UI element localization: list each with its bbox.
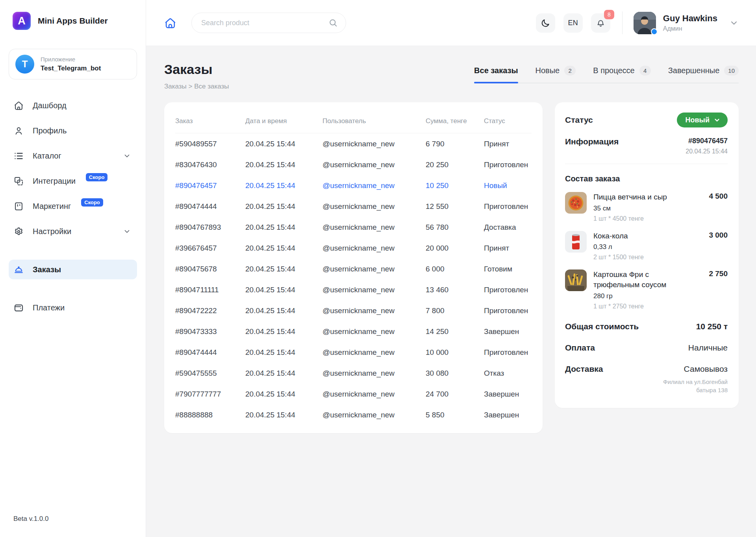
notifications-button[interactable]: 8 xyxy=(591,13,610,33)
item-name: Пицца ветчина и сыр xyxy=(593,192,682,202)
table-cell: Завершен xyxy=(484,390,532,399)
table-cell: #890474444 xyxy=(175,348,245,357)
table-cell: @usernickname_new xyxy=(322,348,426,357)
table-cell: 30 080 xyxy=(426,369,484,378)
sidebar: A Mini Apps Builder T Приложение Test_Te… xyxy=(0,0,146,537)
sidebar-item-label: Интеграции xyxy=(33,177,76,186)
tab-new[interactable]: Новые2 xyxy=(536,66,576,83)
app-layout: A Mini Apps Builder T Приложение Test_Te… xyxy=(0,0,756,537)
brand-name: Mini Apps Builder xyxy=(38,16,108,26)
table-cell: #890472222 xyxy=(175,306,245,315)
user-name: Guy Hawkins xyxy=(663,13,717,24)
table-cell: Приготовлен xyxy=(484,348,532,357)
table-row[interactable]: #89047333320.04.25 15:44@usernickname_ne… xyxy=(175,321,532,342)
table-cell: #88888888 xyxy=(175,411,245,419)
language-button[interactable]: EN xyxy=(563,13,583,33)
theme-toggle-button[interactable] xyxy=(536,13,555,33)
soon-badge: Скоро xyxy=(86,173,108,181)
table-cell: #890475678 xyxy=(175,265,245,273)
search-input[interactable] xyxy=(201,19,328,27)
version-label: Beta v.1.0.0 xyxy=(13,515,48,523)
chevron-down-icon xyxy=(122,227,132,235)
moon-icon xyxy=(541,18,550,28)
tab-all-orders[interactable]: Все заказы xyxy=(474,66,518,83)
table-cell: #590489557 xyxy=(175,140,245,148)
item-name: Картошка Фри с трюфельным соусом xyxy=(593,269,682,290)
bell-icon xyxy=(596,18,606,28)
sidebar-item-dashboard[interactable]: Дашборд xyxy=(9,93,137,118)
orders-tabs: Все заказыНовые2В процессе4Завершенные10 xyxy=(474,66,739,83)
table-row[interactable]: #890476789320.04.25 15:44@usernickname_n… xyxy=(175,217,532,238)
order-details-card: Статус Новый Информация #890476457 20.04… xyxy=(555,102,739,408)
status-label: Статус xyxy=(565,115,593,125)
table-cell: 20.04.25 15:44 xyxy=(245,223,322,232)
table-row[interactable]: #83047643020.04.25 15:44@usernickname_ne… xyxy=(175,154,532,175)
home-icon xyxy=(164,17,176,29)
sidebar-item-integrations[interactable]: ИнтеграцииСкоро xyxy=(9,168,137,194)
sidebar-item-orders[interactable]: Заказы xyxy=(9,260,137,279)
column-header: Сумма, тенге xyxy=(426,117,484,125)
orders-icon xyxy=(13,264,24,275)
table-row[interactable]: #89047444420.04.25 15:44@usernickname_ne… xyxy=(175,196,532,217)
brand-logo-icon: A xyxy=(13,12,31,30)
home-button[interactable] xyxy=(164,17,176,29)
sidebar-item-label: Настройки xyxy=(33,227,71,236)
sidebar-item-settings[interactable]: Настройки xyxy=(9,219,137,244)
table-row[interactable]: #39667645720.04.25 15:44@usernickname_ne… xyxy=(175,238,532,258)
table-cell: #8904711111 xyxy=(175,286,245,294)
table-cell: Отказ xyxy=(484,369,532,378)
table-cell: 56 780 xyxy=(426,223,484,232)
tab-count-badge: 2 xyxy=(564,66,576,76)
table-cell: 6 000 xyxy=(426,265,484,273)
table-cell: 20.04.25 15:44 xyxy=(245,327,322,336)
sidebar-item-marketing[interactable]: МаркетингСкоро xyxy=(9,194,137,219)
table-row[interactable]: #89047645720.04.25 15:44@usernickname_ne… xyxy=(175,175,532,196)
delivery-note: Филиал на ул.Богенбай батыра 138 xyxy=(643,378,728,395)
table-cell: 20.04.25 15:44 xyxy=(245,306,322,315)
order-item: Пицца ветчина и сыр35 см1 шт * 4500 тенг… xyxy=(565,192,728,222)
table-cell: Готовим xyxy=(484,265,532,273)
table-cell: 24 700 xyxy=(426,390,484,399)
item-qty-price: 1 шт * 2750 тенге xyxy=(593,303,682,310)
content-area: Заказы Заказы > Все заказы Все заказыНов… xyxy=(146,46,756,537)
column-header: Заказ xyxy=(175,117,245,125)
table-cell: Приготовлен xyxy=(484,306,532,315)
online-status-dot xyxy=(651,28,658,35)
table-row[interactable]: #89047444420.04.25 15:44@usernickname_ne… xyxy=(175,342,532,363)
table-row[interactable]: #890471111120.04.25 15:44@usernickname_n… xyxy=(175,279,532,300)
user-menu[interactable]: Guy Hawkins Админ xyxy=(634,12,739,34)
user-role: Админ xyxy=(663,25,717,32)
table-row[interactable]: #89047222220.04.25 15:44@usernickname_ne… xyxy=(175,300,532,321)
app-card-label: Приложение xyxy=(41,56,101,63)
brand: A Mini Apps Builder xyxy=(9,0,137,30)
table-row[interactable]: #59048955720.04.25 15:44@usernickname_ne… xyxy=(175,133,532,154)
tab-in-progress[interactable]: В процессе4 xyxy=(593,66,650,83)
status-dropdown[interactable]: Новый xyxy=(677,113,728,127)
sidebar-item-label: Маркетинг xyxy=(33,202,71,211)
payment-value: Наличные xyxy=(688,343,728,352)
page-title: Заказы xyxy=(164,62,229,77)
table-cell: 13 460 xyxy=(426,286,484,294)
table-row[interactable]: #8888888820.04.25 15:44@usernickname_new… xyxy=(175,404,532,425)
table-row[interactable]: #790777777720.04.25 15:44@usernickname_n… xyxy=(175,384,532,404)
tab-completed[interactable]: Завершенные10 xyxy=(668,66,739,83)
table-body: #59048955720.04.25 15:44@usernickname_ne… xyxy=(175,133,532,425)
item-qty-price: 2 шт * 1500 тенге xyxy=(593,254,682,261)
table-cell: @usernickname_new xyxy=(322,181,426,190)
search-icon xyxy=(328,18,338,28)
sidebar-item-profile[interactable]: Профиль xyxy=(9,118,137,143)
tab-label: В процессе xyxy=(593,66,634,75)
sidebar-item-payments[interactable]: Платежи xyxy=(9,295,137,320)
sidebar-item-catalog[interactable]: Каталог xyxy=(9,143,137,168)
order-datetime: 20.04.25 15:44 xyxy=(686,148,728,155)
order-item: Картошка Фри с трюфельным соусом280 гр1 … xyxy=(565,269,728,310)
table-cell: 6 790 xyxy=(426,140,484,148)
table-cell: #7907777777 xyxy=(175,390,245,399)
table-cell: @usernickname_new xyxy=(322,161,426,169)
app-selector-card[interactable]: T Приложение Test_Telegram_bot xyxy=(9,49,137,79)
table-row[interactable]: #59047555520.04.25 15:44@usernickname_ne… xyxy=(175,363,532,384)
delivery-label: Доставка xyxy=(565,364,603,374)
table-row[interactable]: #89047567820.04.25 15:44@usernickname_ne… xyxy=(175,258,532,279)
dashboard-icon xyxy=(13,100,24,111)
table-cell: 20.04.25 15:44 xyxy=(245,181,322,190)
